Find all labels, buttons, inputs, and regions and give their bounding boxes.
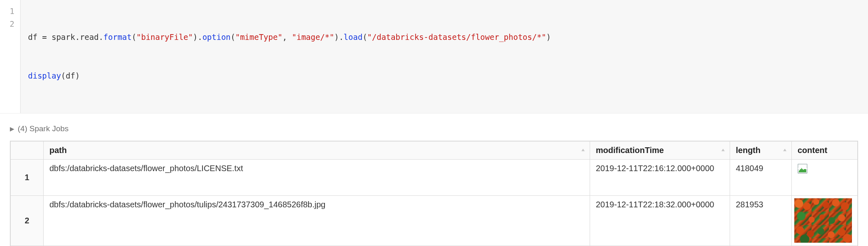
table-row: 2 dbfs:/databricks-datasets/flower_photo…: [11, 195, 858, 246]
spark-jobs-label: (4) Spark Jobs: [18, 124, 69, 133]
sort-icon: [721, 146, 726, 155]
cell-content[interactable]: [792, 159, 858, 195]
sort-icon: [782, 146, 787, 155]
cell-length[interactable]: 281953: [730, 195, 792, 246]
spark-jobs-toggle[interactable]: ▶ (4) Spark Jobs: [10, 124, 868, 133]
code-cell[interactable]: 1 2 df = spark.read.format("binaryFile")…: [0, 0, 868, 114]
column-header-length[interactable]: length: [730, 141, 792, 159]
column-header-modificationtime[interactable]: modificationTime: [590, 141, 730, 159]
sort-icon: [581, 146, 586, 155]
row-number-header: [11, 141, 44, 159]
line-gutter: 1 2: [0, 0, 21, 113]
code-line: display(df): [28, 70, 861, 82]
table-header-row: path modificationTime length: [11, 141, 858, 159]
row-number: 1: [11, 159, 44, 195]
column-header-content[interactable]: content: [792, 141, 858, 159]
line-number: 2: [3, 18, 14, 30]
result-table: path modificationTime length: [10, 141, 858, 246]
table-row: 1 dbfs:/databricks-datasets/flower_photo…: [11, 159, 858, 195]
cell-modificationtime[interactable]: 2019-12-11T22:18:32.000+0000: [590, 195, 730, 246]
cell-path[interactable]: dbfs:/databricks-datasets/flower_photos/…: [44, 159, 590, 195]
broken-image-icon: [798, 164, 852, 174]
column-header-path[interactable]: path: [44, 141, 590, 159]
row-number: 2: [11, 195, 44, 246]
cell-length[interactable]: 418049: [730, 159, 792, 195]
code-line: df = spark.read.format("binaryFile").opt…: [28, 31, 861, 44]
line-number: 1: [3, 5, 14, 18]
triangle-right-icon: ▶: [10, 125, 14, 132]
code-editor[interactable]: df = spark.read.format("binaryFile").opt…: [21, 0, 868, 113]
cell-path[interactable]: dbfs:/databricks-datasets/flower_photos/…: [44, 195, 590, 246]
cell-content[interactable]: [792, 195, 858, 246]
image-thumbnail: [794, 198, 852, 243]
cell-modificationtime[interactable]: 2019-12-11T22:16:12.000+0000: [590, 159, 730, 195]
